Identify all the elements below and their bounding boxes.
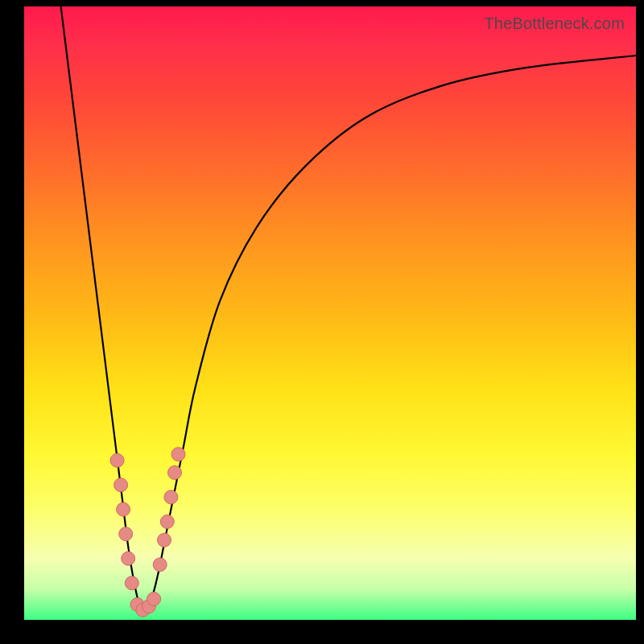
data-point: [153, 558, 167, 572]
data-point: [119, 527, 133, 541]
data-point: [160, 515, 174, 529]
plot-area: TheBottleneck.com: [24, 6, 636, 620]
data-point: [122, 551, 135, 565]
data-point: [117, 502, 130, 516]
curve-layer: [24, 6, 636, 620]
bottleneck-curve: [61, 6, 636, 610]
data-point: [110, 453, 124, 467]
data-point: [147, 592, 161, 606]
data-point: [125, 576, 138, 590]
data-point: [168, 466, 182, 480]
outer-black-frame: TheBottleneck.com: [0, 0, 644, 644]
data-point: [114, 478, 128, 492]
data-point: [158, 533, 171, 547]
data-point: [164, 490, 178, 504]
data-points-group: [110, 448, 185, 617]
data-point: [171, 448, 185, 461]
